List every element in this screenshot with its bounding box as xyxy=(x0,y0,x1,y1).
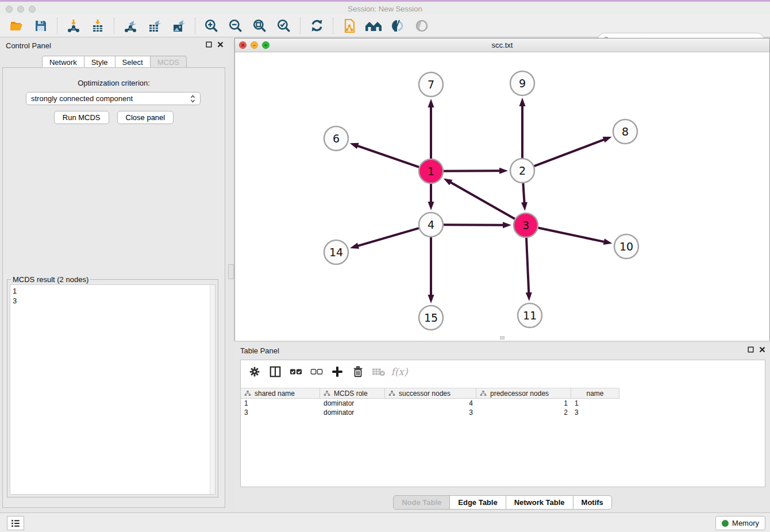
graph-edge-4-14[interactable] xyxy=(357,228,419,246)
cell-successor-nodes[interactable]: 3 xyxy=(385,408,476,417)
node-label: 14 xyxy=(329,246,343,259)
node-label: 11 xyxy=(523,309,537,322)
open-session-button[interactable] xyxy=(7,17,26,35)
cell-name[interactable]: 1 xyxy=(571,399,619,407)
status-bar: Memory xyxy=(0,512,770,532)
memory-button[interactable]: Memory xyxy=(715,516,765,530)
edge-arrowhead xyxy=(521,202,528,211)
delete-row-button[interactable] xyxy=(350,364,366,380)
mcds-tab-content: Optimization criterion: strongly connect… xyxy=(2,67,225,508)
first-neighbors-button[interactable] xyxy=(364,17,383,35)
zoom-in-icon xyxy=(204,18,219,33)
fit-content-button[interactable] xyxy=(251,17,269,35)
plus-icon xyxy=(331,365,344,378)
edge-arrowhead xyxy=(350,143,359,149)
graph-edge-3-11[interactable] xyxy=(526,238,529,294)
zoom-out-button[interactable] xyxy=(226,17,245,35)
graph-edge-3-1[interactable] xyxy=(449,182,515,219)
close-panel-button[interactable]: Close panel xyxy=(117,111,174,124)
tab-edge-table[interactable]: Edge Table xyxy=(449,495,506,510)
close-table-panel-icon[interactable] xyxy=(759,346,765,353)
select-all-button[interactable] xyxy=(288,364,304,380)
column-header-shared-name[interactable]: shared name xyxy=(241,388,320,399)
tab-motifs[interactable]: Motifs xyxy=(573,495,612,510)
graph-edge-3-10[interactable] xyxy=(538,228,606,242)
save-session-button[interactable] xyxy=(32,17,50,35)
float-table-panel-icon[interactable] xyxy=(748,346,754,353)
tab-node-table[interactable]: Node Table xyxy=(393,495,450,510)
edge-arrowhead xyxy=(503,222,511,228)
table-settings-button[interactable] xyxy=(247,364,263,380)
apply-layout-button[interactable] xyxy=(307,17,326,35)
add-row-button[interactable] xyxy=(329,364,345,380)
run-mcds-button[interactable]: Run MCDS xyxy=(54,111,109,124)
network-window-titlebar[interactable]: ✕ − + scc.txt xyxy=(235,38,769,52)
cell-name[interactable]: 3 xyxy=(571,408,619,417)
table-panel: Table Panel xyxy=(234,342,770,510)
checked-boxes-icon xyxy=(289,365,303,378)
tab-network-table[interactable]: Network Table xyxy=(506,495,573,510)
export-network-button[interactable] xyxy=(121,17,140,35)
zoom-selected-button[interactable] xyxy=(275,17,293,35)
function-builder-button[interactable]: f(x) xyxy=(391,364,407,380)
cell-predecessor-nodes[interactable]: 1 xyxy=(476,399,571,407)
show-task-history-button[interactable] xyxy=(7,516,24,530)
dropdown-stepper-icon xyxy=(190,95,195,103)
network-view-window: ✕ − + scc.txt 7968124314101511 xyxy=(234,38,770,341)
import-network-icon xyxy=(67,19,80,33)
column-header-name[interactable]: name xyxy=(571,388,619,399)
panel-splitter-grip[interactable] xyxy=(228,264,234,279)
import-table-icon xyxy=(91,19,105,33)
edge-arrowhead xyxy=(603,238,613,245)
graph-edge-1-6[interactable] xyxy=(356,145,419,167)
mcds-result-textarea[interactable]: 1 3 xyxy=(10,284,215,495)
optimization-criterion-dropdown[interactable]: strongly connected component xyxy=(26,92,201,105)
node-label: 4 xyxy=(428,218,434,231)
cell-predecessor-nodes[interactable]: 2 xyxy=(476,408,571,417)
deselect-all-button[interactable] xyxy=(309,364,325,380)
new-network-from-selection-button[interactable] xyxy=(340,17,359,35)
float-panel-icon[interactable] xyxy=(206,41,212,48)
export-table-button[interactable] xyxy=(145,17,164,35)
session-title: Session: New Session xyxy=(0,5,770,13)
unchecked-boxes-icon xyxy=(310,365,324,378)
close-panel-icon[interactable] xyxy=(217,41,224,48)
mcds-result-line: 1 xyxy=(13,286,213,296)
column-header-predecessor-nodes[interactable]: predecessor nodes xyxy=(476,388,571,399)
graph-edge-4-3[interactable] xyxy=(444,225,505,225)
show-column-panel-button[interactable] xyxy=(267,364,283,380)
shared-column-icon xyxy=(480,390,487,397)
cell-successor-nodes[interactable]: 4 xyxy=(385,399,476,407)
column-header-mcds-role[interactable]: MCDS role xyxy=(320,388,385,399)
dropdown-selected-value: strongly connected component xyxy=(31,94,190,103)
export-network-icon xyxy=(124,19,137,33)
column-header-successor-nodes[interactable]: successor nodes xyxy=(385,388,476,399)
show-graphics-details-button[interactable] xyxy=(388,17,407,35)
toolbar-separator xyxy=(195,18,195,34)
graph-edge-2-3[interactable] xyxy=(523,183,524,204)
network-resize-grip[interactable] xyxy=(500,336,505,340)
mcds-result-fieldset: MCDS result (2 nodes) 1 3 xyxy=(7,279,218,498)
import-table-button[interactable] xyxy=(88,17,107,35)
toolbar-separator xyxy=(57,18,57,34)
export-image-button[interactable] xyxy=(170,17,188,35)
cell-mcds-role[interactable]: dominator xyxy=(320,408,385,417)
table-row[interactable]: 3 dominator 3 2 3 xyxy=(241,408,765,417)
cell-mcds-role[interactable]: dominator xyxy=(320,399,385,407)
toolbar-separator xyxy=(300,18,301,34)
cell-shared-name[interactable]: 3 xyxy=(241,408,320,417)
mcds-result-line: 3 xyxy=(13,296,213,306)
fx-icon: f(x) xyxy=(391,366,407,377)
application-window: Session: New Session xyxy=(0,0,770,532)
graph-edge-2-8[interactable] xyxy=(534,139,606,166)
graph-edge-1-2[interactable] xyxy=(444,171,501,171)
table-panel-tabs: Node Table Edge Table Network Table Moti… xyxy=(234,495,770,510)
zoom-in-button[interactable] xyxy=(202,17,221,35)
cell-shared-name[interactable]: 1 xyxy=(241,399,320,407)
network-graph-canvas[interactable]: 7968124314101511 xyxy=(235,53,769,341)
delete-table-button[interactable] xyxy=(371,364,387,380)
result-scrollbar[interactable] xyxy=(210,285,215,494)
import-network-button[interactable] xyxy=(64,17,83,35)
birds-eye-view-button[interactable] xyxy=(413,17,431,35)
table-row[interactable]: 1 dominator 4 1 1 xyxy=(241,399,765,408)
